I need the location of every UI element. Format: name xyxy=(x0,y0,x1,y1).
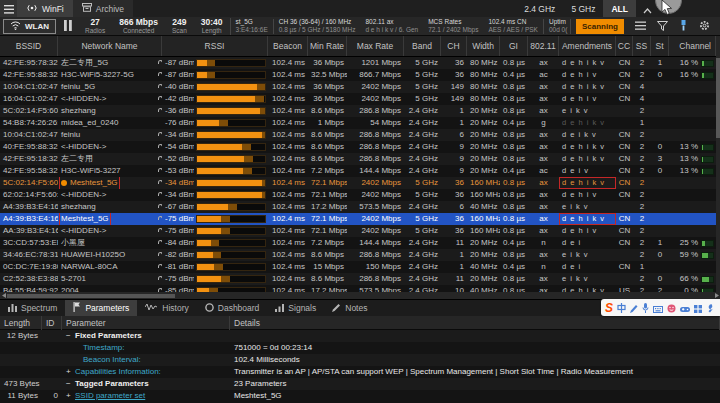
brush-button[interactable] xyxy=(679,17,688,35)
min-rate-cell: 72.1 Mbps xyxy=(308,177,347,189)
beacon-cell: 102.4 ms xyxy=(268,117,308,129)
scroll-left-arrow-icon[interactable] xyxy=(0,293,7,298)
column-header-maxrate[interactable]: Max Rate xyxy=(347,36,404,56)
parameter-label[interactable]: Capabilities Information: xyxy=(75,367,161,376)
max-rate-cell: 1201 Mbps xyxy=(347,57,404,69)
table-row[interactable]: 42:FE:95:78:32:29左二专用_5G-87 dBm102.4 ms3… xyxy=(0,57,716,69)
tab-history[interactable]: History xyxy=(137,300,196,316)
keyboard-icon[interactable] xyxy=(653,299,663,317)
wlan-adapter-button[interactable]: WLAN xyxy=(3,19,56,34)
country-code-cell: CN xyxy=(616,129,633,141)
column-header-80211[interactable]: 802.11 xyxy=(528,36,559,56)
column-header-st[interactable]: St xyxy=(651,36,669,56)
column-header-minrate[interactable]: Min Rate xyxy=(308,36,347,56)
rssi-bar xyxy=(196,143,266,151)
param-column-header-id[interactable]: ID xyxy=(42,316,62,330)
table-row[interactable]: 62:02:14:F5:60:68<-HIDDEN->-34 dBm102.4 … xyxy=(0,189,716,201)
tab-dashboard[interactable]: Dashboard xyxy=(197,300,268,316)
bssid-cell: A4:39:B3:E4:16:6F xyxy=(0,201,58,213)
column-header-rssi[interactable]: RSSI xyxy=(162,36,268,56)
wrench-icon[interactable] xyxy=(706,299,714,317)
column-header-beacon[interactable]: Beacon xyxy=(268,36,308,56)
table-row[interactable]: 10:04:C1:02:47:F0feiniu-34 dBm102.4 ms8.… xyxy=(0,129,716,141)
pause-button[interactable] xyxy=(64,17,72,35)
table-row[interactable]: 10:04:C1:02:47:F1feiniu_5G-40 dBm102.4 m… xyxy=(0,81,716,93)
table-row[interactable]: B4:55:B4:59:92:CA2004-85 dBm102.4 ms17.2… xyxy=(0,285,716,292)
band-tab-5ghz[interactable]: 5 GHz xyxy=(563,0,603,17)
param-column-header-length[interactable]: Length xyxy=(0,316,42,330)
expand-toggle-icon[interactable]: + xyxy=(66,366,75,378)
parameter-label[interactable]: Timestamp: xyxy=(83,343,125,352)
horizontal-scrollbar-thumb[interactable] xyxy=(7,294,175,298)
band-tab-24ghz[interactable]: 2.4 GHz xyxy=(516,0,563,17)
width-cell: 20 MHz xyxy=(467,117,500,129)
zhong-icon[interactable] xyxy=(617,299,626,317)
table-row[interactable]: 42:FE:95:58:32:29H3C-WiFi5-3227-53 dBm10… xyxy=(0,165,716,177)
parameter-label[interactable]: Beacon Interval: xyxy=(83,355,141,364)
mic-icon[interactable] xyxy=(642,299,649,317)
sogou-ime-toolbar[interactable]: S xyxy=(601,299,720,316)
column-header-cc[interactable]: CC xyxy=(616,36,633,56)
parameter-label[interactable]: SSID parameter set xyxy=(75,391,145,400)
tab-archive[interactable]: Archive xyxy=(73,0,133,17)
table-row[interactable]: AA:39:B3:E4:16:6E<-HIDDEN->-75 dBm102.4 … xyxy=(0,225,716,237)
table-row[interactable]: 40:FE:95:88:32:29<-HIDDEN->-54 dBm102.4 … xyxy=(0,141,716,153)
emoji-icon[interactable] xyxy=(667,299,676,317)
parameter-row[interactable]: 11 Bytes0+SSID parameter setMeshtest_5G xyxy=(0,390,720,402)
gear-button[interactable] xyxy=(699,17,710,35)
tab-parameters[interactable]: Parameters xyxy=(65,300,137,316)
scroll-right-arrow-icon[interactable] xyxy=(713,293,720,298)
utilization-bar xyxy=(701,72,714,79)
column-header-band[interactable]: Band xyxy=(404,36,441,56)
table-row[interactable]: 3C:CD:57:53:EE:1A小黑屋-84 dBm102.4 ms7.2 M… xyxy=(0,237,716,249)
column-header-channel[interactable]: Channel xyxy=(669,36,716,56)
tab-spectrum[interactable]: Spectrum xyxy=(0,300,65,316)
parameter-row[interactable]: +Capabilities Information:Transmitter is… xyxy=(0,366,720,378)
menu-button[interactable] xyxy=(0,0,17,17)
band-tab-all[interactable]: ALL xyxy=(603,0,636,17)
tab-notes[interactable]: Notes xyxy=(324,300,375,316)
expand-toggle-icon[interactable]: − xyxy=(66,330,75,342)
table-row[interactable]: 34:46:EC:78:31:5CHUAWEI-H1025O-82 dBm102… xyxy=(0,249,716,261)
column-header-gi[interactable]: GI xyxy=(500,36,528,56)
gamepad-icon[interactable] xyxy=(680,299,690,317)
column-header-bssid[interactable]: BSSID xyxy=(0,36,58,56)
param-column-header-details[interactable]: Details xyxy=(230,316,720,330)
column-header-networkname[interactable]: Network Name xyxy=(58,36,162,56)
expand-toggle-icon[interactable]: + xyxy=(66,390,75,402)
table-row[interactable]: 0C:DC:7E:19:80:C9NARWAL-80CA-81 dBm102.4… xyxy=(0,261,716,273)
standard-cell: ax xyxy=(528,105,559,117)
table-row[interactable]: 5C:02:14:F5:60:6Cshezhang-36 dBm102.4 ms… xyxy=(0,105,716,117)
column-header-amendments[interactable]: Amendments xyxy=(559,36,616,56)
table-row[interactable]: 5C:02:14:F5:60:68Meshtest_5G-34 dBm102.4… xyxy=(0,177,716,189)
table-row[interactable]: 16:04:C1:02:47:F1<-HIDDEN->-42 dBm102.4 … xyxy=(0,93,716,105)
tab-label: Dashboard xyxy=(218,303,260,313)
parameter-cell: −Tagged Parameters xyxy=(62,378,230,390)
column-header-ch[interactable]: CH xyxy=(441,36,467,56)
table-row[interactable]: 54:B8:74:26:26:A9midea_ed_0240-76 dBm102… xyxy=(0,117,716,129)
table-row[interactable]: 42:FE:95:18:32:29左二专用-52 dBm102.4 ms8.6 … xyxy=(0,153,716,165)
tab-winfi[interactable]: WinFi xyxy=(17,0,73,17)
horizontal-scrollbar[interactable] xyxy=(0,292,720,299)
parameter-row[interactable]: 12 Bytes−Fixed Parameters xyxy=(0,330,720,342)
table-row[interactable]: 42:FE:95:88:32:29H3C-WiFi5-3227-5G-87 dB… xyxy=(0,69,716,81)
tab-signals[interactable]: Signals xyxy=(267,300,324,316)
table-row[interactable]: A4:39:B3:E4:16:6EMeshtest_5G-75 dBm102.4… xyxy=(0,213,716,225)
channel-number-cell: 6 xyxy=(441,129,467,141)
parameter-row[interactable]: Beacon Interval:102.4 Milliseconds xyxy=(0,354,720,366)
column-header-ss[interactable]: SS xyxy=(633,36,651,56)
list-button[interactable] xyxy=(635,17,646,35)
scanning-status-button[interactable]: Scanning xyxy=(576,19,624,34)
parameter-row[interactable]: 473 Bytes−Tagged Parameters23 Parameters xyxy=(0,378,720,390)
vertical-scrollbar[interactable] xyxy=(716,36,720,292)
grid-icon[interactable] xyxy=(694,299,702,317)
column-header-width[interactable]: Width xyxy=(467,36,500,56)
vertical-scrollbar-thumb[interactable] xyxy=(716,58,720,138)
param-column-header-parameter[interactable]: Parameter xyxy=(62,316,230,330)
table-row[interactable]: A4:39:B3:E4:16:6Fshezhang-67 dBm102.4 ms… xyxy=(0,201,716,213)
amendments-cell: d e h i v xyxy=(559,69,616,81)
table-row[interactable]: C2:52:38:E3:88:A25-2701-75 dBm102.4 ms8.… xyxy=(0,273,716,285)
pen-icon[interactable] xyxy=(630,299,638,317)
expand-toggle-icon[interactable]: − xyxy=(66,378,75,390)
parameter-row[interactable]: Timestamp:751000 = 0d 00:23:14 xyxy=(0,342,720,354)
